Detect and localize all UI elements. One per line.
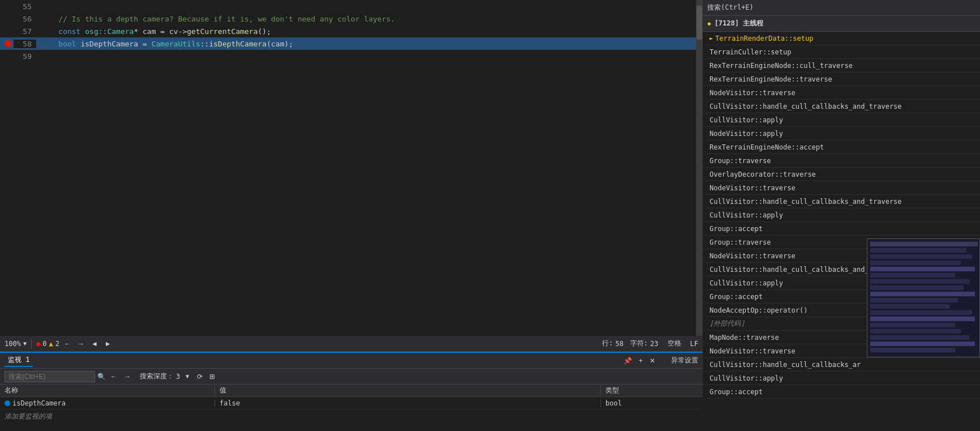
svg-rect-1 bbox=[870, 242, 978, 246]
watch-expand-button[interactable]: ⊞ bbox=[207, 372, 217, 382]
error-icon: ● bbox=[36, 340, 40, 348]
watch-item-name-0: isDepthCamera bbox=[0, 399, 215, 407]
svg-rect-8 bbox=[870, 285, 964, 290]
nav-back-button[interactable]: ← bbox=[62, 339, 73, 349]
warning-icon: ▲ bbox=[49, 340, 53, 348]
callstack-name-0: TerrainRenderData::setup bbox=[715, 35, 813, 42]
callstack-name-3: RexTerrainEngineNode::traverse bbox=[710, 75, 832, 83]
mini-preview-container bbox=[867, 238, 980, 357]
callstack-name-6: CullVisitor::apply bbox=[710, 116, 783, 124]
encoding-label: 空格 bbox=[668, 339, 681, 348]
callstack-name-24: CullVisitor::handle_cull_callbacks_ar bbox=[710, 361, 861, 369]
svg-rect-5 bbox=[870, 267, 975, 271]
watch-refresh-button[interactable]: ⟳ bbox=[195, 372, 205, 382]
watch-search-input[interactable] bbox=[5, 371, 95, 382]
callstack-name-23: NodeVisitor::traverse bbox=[710, 347, 796, 355]
watch-item-value-0: false bbox=[215, 399, 601, 407]
search-prev-button[interactable]: ← bbox=[108, 372, 119, 382]
callstack-item-7[interactable]: NodeVisitor::apply bbox=[703, 127, 980, 140]
line-num-57: 57 bbox=[14, 27, 36, 36]
callstack-name-7: NodeVisitor::apply bbox=[710, 130, 783, 138]
watch-close-button[interactable]: ✕ bbox=[647, 356, 657, 366]
callstack-item-8[interactable]: RexTerrainEngineNode::accept bbox=[703, 140, 980, 154]
depth-label: 搜索深度： bbox=[140, 372, 174, 381]
status-col: 字符: bbox=[630, 339, 648, 348]
callstack-item-25[interactable]: CullVisitor::apply bbox=[703, 372, 980, 385]
callstack-name-15: Group::traverse bbox=[710, 238, 771, 246]
depth-dropdown[interactable]: ▼ bbox=[182, 372, 192, 381]
callstack-item-3[interactable]: RexTerrainEngineNode::traverse bbox=[703, 72, 980, 86]
callstack-name-19: Group::accept bbox=[710, 293, 763, 301]
debug-nav-bar: 100% ▼ ● 0 ▲ 2 ← → ◄ ► 行: 58 字符: 23 空格 L… bbox=[0, 336, 703, 352]
scroll-left-button[interactable]: ◄ bbox=[89, 339, 100, 349]
mini-preview-svg bbox=[867, 239, 980, 357]
callstack-name-11: NodeVisitor::traverse bbox=[710, 184, 796, 192]
callstack-item-11[interactable]: NodeVisitor::traverse bbox=[703, 181, 980, 195]
callstack-item-13[interactable]: CullVisitor::apply bbox=[703, 208, 980, 222]
thread-row: ◆ [7128] 主线程 bbox=[703, 16, 980, 32]
scroll-right-button[interactable]: ► bbox=[102, 339, 114, 349]
col-header-type: 类型 bbox=[601, 386, 703, 395]
main-content: 55 56 // Is this a depth camera? Because… bbox=[0, 0, 980, 431]
watch-controls: 📌 + ✕ bbox=[621, 356, 657, 366]
watch-table-header: 名称 值 类型 bbox=[0, 385, 703, 397]
callstack-item-0[interactable]: ► TerrainRenderData::setup bbox=[703, 32, 980, 45]
svg-rect-12 bbox=[870, 310, 972, 315]
svg-rect-9 bbox=[870, 292, 975, 296]
status-line: 行: bbox=[602, 339, 613, 348]
col-number: 23 bbox=[650, 340, 658, 348]
watch-tab-1[interactable]: 监视 1 bbox=[5, 354, 33, 367]
scrollbar-thumb[interactable] bbox=[697, 6, 702, 40]
callstack-item-4[interactable]: NodeVisitor::traverse bbox=[703, 86, 980, 100]
callstack-item-6[interactable]: CullVisitor::apply bbox=[703, 113, 980, 127]
callstack-search-label: 搜索(Ctrl+E) bbox=[707, 3, 754, 12]
callstack-name-16: NodeVisitor::traverse bbox=[710, 252, 796, 260]
watch-add-hint[interactable]: 添加要监视的项 bbox=[0, 409, 703, 424]
callstack-name-4: NodeVisitor::traverse bbox=[710, 89, 796, 97]
watch-row-0: isDepthCamera false bool bbox=[0, 397, 703, 409]
breakpoint-col-58 bbox=[2, 40, 14, 47]
watch-search-row: 🔍 ← → 搜索深度： 3 ▼ ⟳ ⊞ bbox=[0, 369, 703, 385]
error-count: 0 bbox=[42, 340, 46, 348]
editor-vertical-scrollbar[interactable] bbox=[696, 0, 703, 336]
code-content-58: bool isDepthCamera = CameraUtils::isDept… bbox=[36, 40, 293, 48]
callstack-item-1[interactable]: TerrainCuller::setup bbox=[703, 45, 980, 59]
callstack-item-24[interactable]: CullVisitor::handle_cull_callbacks_ar bbox=[703, 358, 980, 372]
left-panel: 55 56 // Is this a depth camera? Because… bbox=[0, 0, 703, 431]
svg-rect-16 bbox=[870, 335, 969, 340]
watch-panel-header: 监视 1 📌 + ✕ 异常设置 bbox=[0, 353, 703, 369]
svg-rect-14 bbox=[870, 323, 955, 327]
exception-settings-label[interactable]: 异常设置 bbox=[671, 356, 698, 365]
svg-rect-3 bbox=[870, 254, 972, 259]
search-next-button[interactable]: → bbox=[122, 372, 133, 382]
zoom-dropdown-icon[interactable]: ▼ bbox=[23, 340, 27, 347]
callstack-name-2: RexTerrainEngineNode::cull_traverse bbox=[710, 62, 853, 70]
svg-rect-11 bbox=[870, 304, 949, 309]
watch-pin-button[interactable]: 📌 bbox=[621, 356, 634, 366]
code-line-55: 55 bbox=[0, 0, 696, 12]
line-num-58: 58 bbox=[14, 40, 36, 48]
line-number: 58 bbox=[615, 340, 623, 348]
svg-rect-10 bbox=[870, 298, 958, 302]
watch-add-button[interactable]: + bbox=[637, 356, 645, 366]
code-line-57: 57 const osg::Camera* cam = cv->getCurre… bbox=[0, 25, 696, 37]
callstack-list: ► TerrainRenderData::setup TerrainCuller… bbox=[703, 32, 980, 431]
nav-forward-button[interactable]: → bbox=[75, 339, 87, 349]
watch-panel: 监视 1 📌 + ✕ 异常设置 🔍 ← → 搜索深度： 3 ▼ ⟳ ⊞ bbox=[0, 352, 703, 431]
callstack-item-10[interactable]: OverlayDecorator::traverse bbox=[703, 168, 980, 181]
svg-rect-13 bbox=[870, 317, 975, 321]
lineending-label: LF bbox=[690, 340, 698, 348]
zoom-level: 100% bbox=[5, 340, 21, 348]
callstack-item-14[interactable]: Group::accept bbox=[703, 222, 980, 236]
line-num-56: 56 bbox=[14, 15, 36, 23]
watch-table: isDepthCamera false bool 添加要监视的项 bbox=[0, 397, 703, 431]
callstack-item-2[interactable]: RexTerrainEngineNode::cull_traverse bbox=[703, 59, 980, 72]
callstack-item-5[interactable]: CullVisitor::handle_cull_callbacks_and_t… bbox=[703, 100, 980, 113]
svg-rect-15 bbox=[870, 329, 961, 334]
callstack-item-26[interactable]: Group::accept bbox=[703, 385, 980, 399]
svg-rect-4 bbox=[870, 261, 961, 265]
col-header-value: 值 bbox=[215, 386, 601, 395]
callstack-item-9[interactable]: Group::traverse bbox=[703, 154, 980, 168]
callstack-name-10: OverlayDecorator::traverse bbox=[710, 170, 816, 178]
callstack-item-12[interactable]: CullVisitor::handle_cull_callbacks_and_t… bbox=[703, 195, 980, 208]
